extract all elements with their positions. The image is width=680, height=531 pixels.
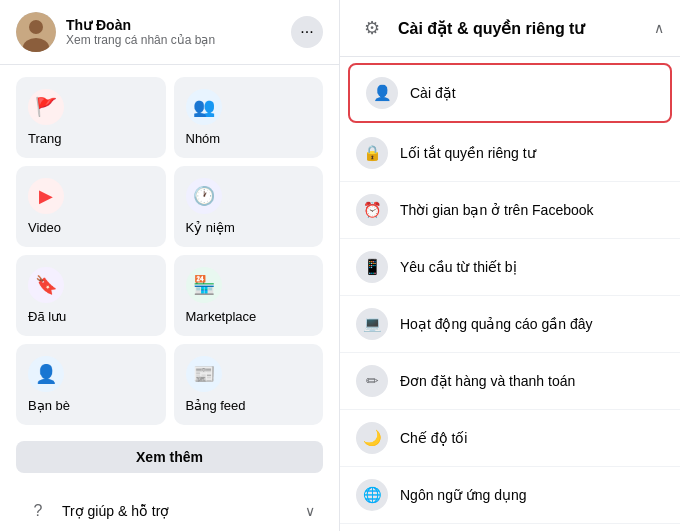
right-menu-item-thoigian[interactable]: ⏰ Thời gian bạn ở trên Facebook: [340, 182, 680, 239]
bangfeed-icon: 📰: [186, 356, 222, 392]
help-chevron: ∨: [305, 503, 315, 519]
right-menu-item-hoatdong[interactable]: 💻 Hoạt động quảng cáo gần đây: [340, 296, 680, 353]
right-menu-item-ngonngu[interactable]: 🌐 Ngôn ngữ ứng dụng: [340, 467, 680, 524]
menu-item-kynamiem-label: Kỷ niệm: [186, 220, 235, 235]
caidat-label: Cài đặt: [410, 85, 456, 101]
ngonngu-icon: 🌐: [356, 479, 388, 511]
menu-grid: 🚩 Trang 👥 Nhóm ▶ Video 🕐 Kỷ niệm 🔖 Đã lư…: [0, 65, 339, 437]
dondat-label: Đơn đặt hàng và thanh toán: [400, 373, 575, 389]
menu-item-banbe[interactable]: 👤 Bạn bè: [16, 344, 166, 425]
banbe-icon: 👤: [28, 356, 64, 392]
right-header-chevron: ∧: [654, 20, 664, 36]
user-name: Thư Đoàn: [66, 17, 281, 34]
right-menu-item-caidat[interactable]: 👤 Cài đặt: [350, 65, 670, 121]
menu-item-bangfeed-label: Bảng feed: [186, 398, 246, 413]
chedo-icon: 🌙: [356, 422, 388, 454]
right-menu-item-chedo[interactable]: 🌙 Chế độ tối: [340, 410, 680, 467]
yeucau-label: Yêu cầu từ thiết bị: [400, 259, 517, 275]
yeucau-icon: 📱: [356, 251, 388, 283]
help-section[interactable]: ? Trợ giúp & hỗ trợ ∨: [8, 487, 331, 531]
right-menu-item-dondat[interactable]: ✏ Đơn đặt hàng và thanh toán: [340, 353, 680, 410]
more-options-button[interactable]: ···: [291, 16, 323, 48]
avatar[interactable]: [16, 12, 56, 52]
menu-item-video-label: Video: [28, 220, 61, 235]
dondat-icon: ✏: [356, 365, 388, 397]
right-menu-item-loitat[interactable]: 🔒 Lối tắt quyền riêng tư: [340, 125, 680, 182]
see-more-button[interactable]: Xem thêm: [16, 441, 323, 473]
video-icon: ▶: [28, 178, 64, 214]
marketplace-icon: 🏪: [186, 267, 222, 303]
right-header-title: Cài đặt & quyền riêng tư: [398, 19, 644, 38]
right-menu-item-sudung[interactable]: 📱 Sử dụng dữ liệu di động: [340, 524, 680, 531]
daluu-icon: 🔖: [28, 267, 64, 303]
menu-item-nhom-label: Nhóm: [186, 131, 221, 146]
menu-item-video[interactable]: ▶ Video: [16, 166, 166, 247]
kynamiem-icon: 🕐: [186, 178, 222, 214]
menu-item-trang[interactable]: 🚩 Trang: [16, 77, 166, 158]
user-profile: Thư Đoàn Xem trang cá nhân của bạn ···: [0, 0, 339, 65]
thoigian-icon: ⏰: [356, 194, 388, 226]
nhom-icon: 👥: [186, 89, 222, 125]
menu-item-marketplace[interactable]: 🏪 Marketplace: [174, 255, 324, 336]
loitat-icon: 🔒: [356, 137, 388, 169]
menu-item-daluu-label: Đã lưu: [28, 309, 66, 324]
help-label: Trợ giúp & hỗ trợ: [62, 503, 295, 519]
menu-item-kynamiem[interactable]: 🕐 Kỷ niệm: [174, 166, 324, 247]
menu-item-nhom[interactable]: 👥 Nhóm: [174, 77, 324, 158]
trang-icon: 🚩: [28, 89, 64, 125]
right-panel: ⚙ Cài đặt & quyền riêng tư ∧ 👤 Cài đặt 🔒…: [340, 0, 680, 531]
chedo-label: Chế độ tối: [400, 430, 467, 446]
left-panel: Thư Đoàn Xem trang cá nhân của bạn ··· 🚩…: [0, 0, 340, 531]
right-header-settings-icon: ⚙: [356, 12, 388, 44]
user-subtitle: Xem trang cá nhân của bạn: [66, 33, 281, 47]
help-icon: ?: [24, 497, 52, 525]
thoigian-label: Thời gian bạn ở trên Facebook: [400, 202, 594, 218]
right-menu-item-yeucau[interactable]: 📱 Yêu cầu từ thiết bị: [340, 239, 680, 296]
svg-point-1: [29, 20, 43, 34]
caidat-icon: 👤: [366, 77, 398, 109]
ngonngu-label: Ngôn ngữ ứng dụng: [400, 487, 527, 503]
hoatdong-label: Hoạt động quảng cáo gần đây: [400, 316, 592, 332]
menu-item-marketplace-label: Marketplace: [186, 309, 257, 324]
menu-item-bangfeed[interactable]: 📰 Bảng feed: [174, 344, 324, 425]
caidat-active-wrapper: 👤 Cài đặt: [348, 63, 672, 123]
hoatdong-icon: 💻: [356, 308, 388, 340]
menu-item-trang-label: Trang: [28, 131, 61, 146]
right-panel-header[interactable]: ⚙ Cài đặt & quyền riêng tư ∧: [340, 0, 680, 57]
menu-item-banbe-label: Bạn bè: [28, 398, 70, 413]
user-info: Thư Đoàn Xem trang cá nhân của bạn: [66, 17, 281, 48]
menu-item-daluu[interactable]: 🔖 Đã lưu: [16, 255, 166, 336]
loitat-label: Lối tắt quyền riêng tư: [400, 145, 536, 161]
